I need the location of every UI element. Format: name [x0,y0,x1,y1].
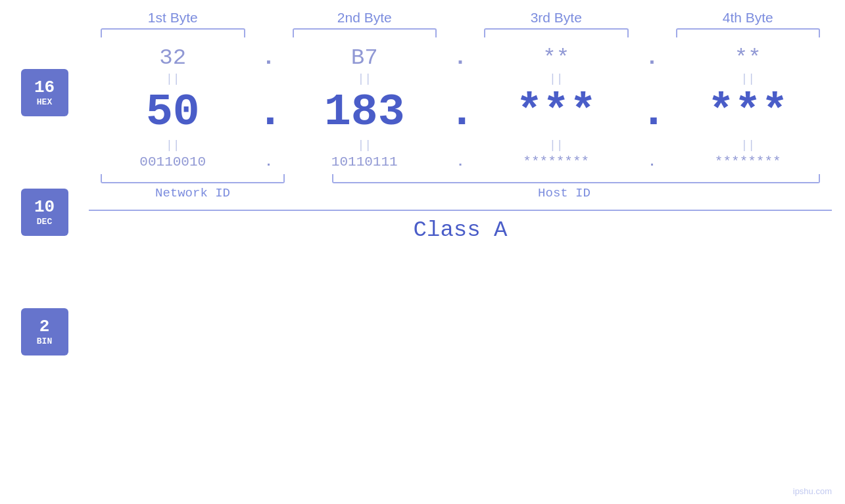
watermark: ipshu.com [793,486,832,496]
bin-dot3: . [640,155,664,169]
host-bracket [332,174,820,183]
eq1-byte3: || [472,73,640,85]
dec-byte4: *** [664,89,833,135]
hex-byte3: ** [472,47,640,69]
top-brackets [89,28,845,37]
bin-byte2: 10110111 [281,155,449,169]
equals-row1: || || || || [89,72,832,86]
equals-row2: || || || || [89,138,832,152]
hex-dot3: . [640,47,664,69]
bracket-byte4-top [676,28,821,37]
hex-badge-number: 16 [34,78,55,97]
bin-dot2: . [448,155,472,169]
dec-badge: 10 DEC [21,189,68,236]
bottom-bracket-row [89,174,832,183]
bracket-byte1-top [101,28,245,37]
eq2-byte1: || [89,139,257,151]
hex-dot2: . [448,47,472,69]
hex-byte4: ** [664,47,833,69]
hex-badge-label: HEX [37,97,52,107]
hex-row: 32 . B7 . ** . ** [89,37,832,72]
values-section: 32 . B7 . ** . ** || || || || 50 [89,37,845,174]
dec-dot1: . [257,89,281,135]
hex-byte1: 32 [89,47,257,69]
badges-column: 16 HEX 10 DEC 2 BIN [0,10,89,504]
class-label: Class A [89,218,832,242]
byte2-header: 2nd Byte [281,10,449,28]
bin-dot1: . [257,155,281,169]
dec-byte2: 183 [281,89,449,135]
eq2-byte4: || [664,139,833,151]
id-labels-row: Network ID Host ID [89,186,832,200]
class-section: Class A [89,210,845,242]
eq2-byte2: || [281,139,449,151]
bracket-byte3-top [484,28,629,37]
bin-badge: 2 BIN [21,308,68,355]
hex-byte2: B7 [281,47,449,69]
bracket-byte2-top [293,28,437,37]
hex-badge: 16 HEX [21,69,68,116]
content-column: 1st Byte 2nd Byte 3rd Byte 4th Byte 32 . [89,10,845,504]
dec-byte3: *** [472,89,640,135]
eq2-byte3: || [472,139,640,151]
dec-dot3: . [640,89,664,135]
eq1-byte1: || [89,73,257,85]
hex-dot1: . [257,47,281,69]
network-bracket [101,174,285,183]
byte1-header: 1st Byte [89,10,257,28]
dec-row: 50 . 183 . *** . *** [89,86,832,138]
byte3-header: 3rd Byte [472,10,640,28]
network-id-label: Network ID [89,186,297,200]
bin-byte4: ******** [664,155,833,169]
bin-badge-number: 2 [39,317,50,336]
bin-row: 00110010 . 10110111 . ******** . *******… [89,152,832,174]
bin-badge-label: BIN [37,336,52,346]
bottom-section: Network ID Host ID [89,174,845,200]
dec-byte1: 50 [89,89,257,135]
class-bracket-line [89,210,832,211]
bin-byte3: ******** [472,155,640,169]
eq1-byte4: || [664,73,833,85]
dec-badge-number: 10 [34,198,55,217]
dec-dot2: . [448,89,472,135]
host-id-label: Host ID [297,186,832,200]
bin-byte1: 00110010 [89,155,257,169]
byte-headers: 1st Byte 2nd Byte 3rd Byte 4th Byte [89,10,845,28]
byte4-header: 4th Byte [664,10,833,28]
eq1-byte2: || [281,73,449,85]
dec-badge-label: DEC [37,217,52,227]
